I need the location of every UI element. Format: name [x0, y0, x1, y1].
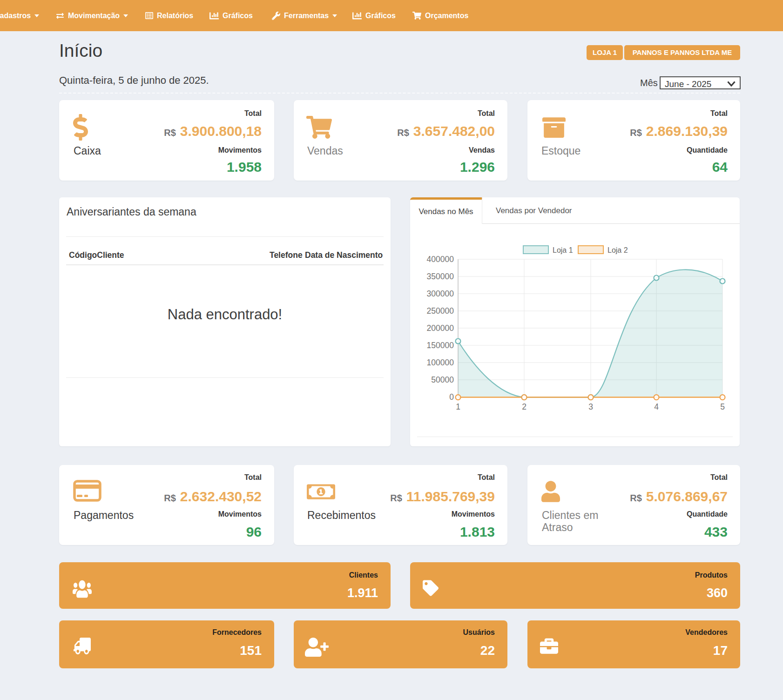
- svg-text:350000: 350000: [427, 272, 454, 281]
- svg-text:250000: 250000: [427, 306, 454, 316]
- svg-text:Loja 1: Loja 1: [553, 246, 573, 254]
- svg-text:1: 1: [456, 402, 460, 411]
- svg-text:300000: 300000: [427, 289, 454, 298]
- svg-text:200000: 200000: [427, 323, 454, 333]
- svg-text:0: 0: [449, 392, 454, 402]
- svg-text:150000: 150000: [427, 341, 454, 350]
- svg-text:5: 5: [720, 402, 725, 411]
- svg-text:3: 3: [588, 402, 593, 411]
- svg-text:400000: 400000: [427, 255, 454, 264]
- svg-text:100000: 100000: [427, 358, 454, 367]
- svg-text:2: 2: [522, 402, 526, 411]
- svg-text:4: 4: [654, 402, 659, 411]
- svg-text:Loja 2: Loja 2: [608, 246, 628, 254]
- svg-text:50000: 50000: [431, 375, 454, 384]
